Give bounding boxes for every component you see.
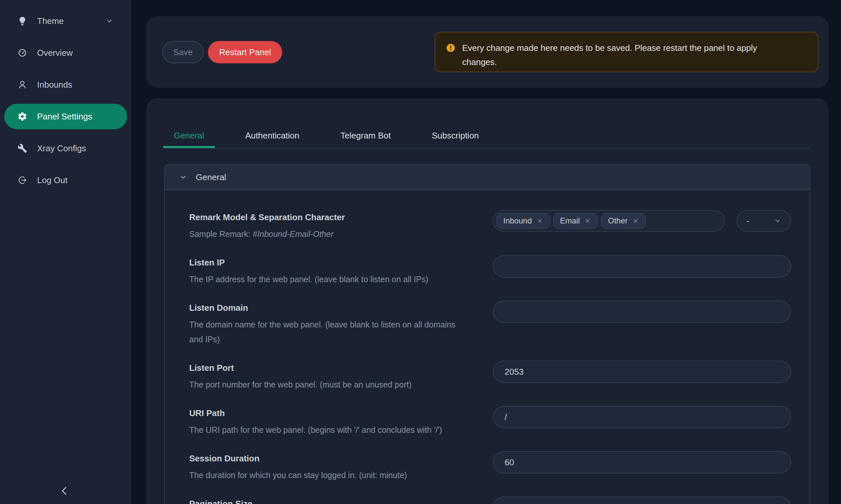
field-row-uri-path: URI PathThe URI path for the web panel. … (189, 407, 791, 437)
field-row-pagination-size: Pagination Size (189, 497, 791, 504)
sidebar-item-panel-settings[interactable]: Panel Settings (4, 104, 127, 129)
tab-general[interactable]: General (163, 125, 215, 146)
field-control (493, 406, 791, 437)
main-content: Save Restart Panel Every change made her… (132, 0, 841, 504)
sidebar-item-label: Log Out (37, 175, 68, 185)
general-section-body: Remark Model & Separation CharacterSampl… (165, 190, 809, 504)
logout-icon (17, 175, 27, 185)
sidebar: ThemeOverviewInboundsPanel SettingsXray … (0, 0, 132, 504)
field-control (493, 301, 791, 347)
listen-domain-input[interactable] (493, 301, 791, 323)
sidebar-nav: ThemeOverviewInboundsPanel SettingsXray … (0, 0, 132, 193)
field-label: Session Duration (189, 452, 485, 465)
sample-remark-value: #Inbound-Email-Other (253, 229, 333, 238)
sidebar-item-theme[interactable]: Theme (4, 8, 127, 34)
remark-model-multiselect[interactable]: InboundEmailOther (493, 210, 725, 232)
chevron-down-icon (774, 217, 781, 224)
pagination-size-input[interactable] (493, 497, 791, 504)
field-text: URI PathThe URI path for the web panel. … (189, 407, 485, 437)
field-label: URI Path (189, 407, 485, 420)
field-row-listen-domain: Listen DomainThe domain name for the web… (189, 301, 791, 347)
sidebar-item-label: Theme (37, 16, 64, 26)
restart-warning-alert: Every change made here needs to be saved… (435, 32, 819, 72)
field-row-listen-port: Listen PortThe port number for the web p… (189, 361, 791, 392)
tag-label: Inbound (503, 216, 532, 226)
toolbar-card: Save Restart Panel Every change made her… (146, 16, 828, 88)
chevron-down-icon (179, 173, 187, 181)
sidebar-collapse-button[interactable] (58, 485, 72, 498)
field-text: Listen PortThe port number for the web p… (189, 361, 485, 392)
remove-tag-icon[interactable] (584, 218, 591, 224)
field-description: The URI path for the web panel. (begins … (189, 422, 485, 437)
settings-card: GeneralAuthenticationTelegram BotSubscri… (146, 98, 828, 504)
chevron-down-icon (105, 17, 113, 25)
field-row-remark-model-separation-character: Remark Model & Separation CharacterSampl… (189, 211, 791, 241)
tabs-divider (164, 148, 809, 149)
user-icon (17, 80, 27, 90)
field-label: Listen Port (189, 361, 485, 374)
field-control (493, 451, 791, 483)
field-row-listen-ip: Listen IPThe IP address for the web pane… (189, 256, 791, 287)
sidebar-item-inbounds[interactable]: Inbounds (4, 72, 127, 97)
tag-email: Email (553, 213, 598, 229)
listen-port-input[interactable] (493, 361, 791, 383)
warning-icon (446, 43, 456, 53)
field-control (493, 361, 791, 392)
tag-label: Other (608, 216, 628, 226)
field-description: The port number for the web panel. (must… (189, 377, 485, 392)
sidebar-item-label: Xray Configs (37, 143, 86, 154)
field-text: Listen DomainThe domain name for the web… (189, 301, 485, 347)
tag-other: Other (601, 213, 646, 229)
wrench-icon (17, 143, 27, 153)
sidebar-item-log-out[interactable]: Log Out (4, 167, 127, 193)
field-control (493, 497, 791, 504)
bulb-icon (17, 16, 27, 26)
sidebar-item-label: Panel Settings (37, 111, 92, 122)
field-text: Listen IPThe IP address for the web pane… (189, 256, 485, 287)
sidebar-item-label: Overview (37, 48, 73, 58)
settings-tabs: GeneralAuthenticationTelegram BotSubscri… (163, 125, 490, 146)
general-section-header[interactable]: General (165, 165, 809, 190)
uri-path-input[interactable] (493, 406, 791, 428)
restart-panel-button[interactable]: Restart Panel (208, 41, 282, 63)
tag-label: Email (560, 216, 580, 226)
tab-telegram-bot[interactable]: Telegram Bot (329, 125, 401, 146)
field-control: InboundEmailOther- (493, 210, 791, 241)
remove-tag-icon[interactable] (632, 218, 639, 224)
field-label: Listen IP (189, 256, 485, 269)
separator-value: - (746, 216, 749, 226)
dashboard-icon (17, 48, 27, 58)
listen-ip-input[interactable] (493, 255, 791, 277)
sidebar-item-xray-configs[interactable]: Xray Configs (4, 136, 127, 161)
field-label: Remark Model & Separation Character (189, 211, 485, 224)
field-description: The duration for which you can stay logg… (189, 468, 485, 483)
field-description: The domain name for the web panel. (leav… (189, 317, 464, 347)
chevron-left-icon (58, 492, 70, 498)
gear-icon (17, 111, 27, 121)
alert-message: Every change made here needs to be saved… (462, 41, 794, 69)
session-duration-input[interactable] (493, 451, 791, 473)
tab-authentication[interactable]: Authentication (235, 125, 310, 146)
sidebar-item-overview[interactable]: Overview (4, 40, 127, 66)
field-row-session-duration: Session DurationThe duration for which y… (189, 452, 791, 483)
save-button[interactable]: Save (162, 41, 204, 63)
field-label: Listen Domain (189, 301, 485, 314)
tab-subscription[interactable]: Subscription (421, 125, 490, 146)
tag-inbound: Inbound (496, 213, 550, 229)
field-text: Session DurationThe duration for which y… (189, 452, 485, 483)
field-control (493, 255, 791, 287)
general-collapse-panel: General Remark Model & Separation Charac… (164, 164, 810, 504)
field-text: Remark Model & Separation CharacterSampl… (189, 211, 485, 241)
field-description: Sample Remark: #Inbound-Email-Other (189, 227, 485, 241)
remark-model-control: InboundEmailOther- (493, 210, 791, 232)
section-title: General (196, 172, 226, 182)
remove-tag-icon[interactable] (536, 218, 543, 224)
field-text: Pagination Size (189, 497, 485, 504)
field-description: The IP address for the web panel. (leave… (189, 272, 485, 287)
sidebar-item-label: Inbounds (37, 80, 72, 90)
field-label: Pagination Size (189, 497, 485, 504)
separator-select[interactable]: - (737, 210, 791, 232)
